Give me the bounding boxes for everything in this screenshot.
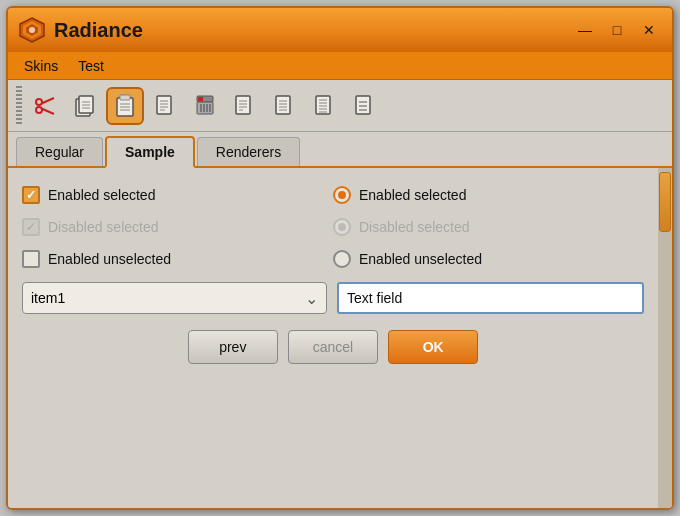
app-icon (18, 16, 46, 44)
controls-row: item1 ⌄ (22, 282, 644, 314)
radio-3[interactable] (333, 250, 351, 268)
checkbox-2-label: Disabled selected (48, 219, 159, 235)
radio-2 (333, 218, 351, 236)
radio-2-label: Disabled selected (359, 219, 470, 235)
svg-point-3 (29, 27, 35, 33)
checkbox-1[interactable] (22, 186, 40, 204)
svg-point-5 (36, 107, 42, 113)
tab-regular[interactable]: Regular (16, 137, 103, 166)
dropdown-value: item1 (31, 290, 65, 306)
scissors-button[interactable] (26, 87, 64, 125)
dropdown[interactable]: item1 ⌄ (22, 282, 327, 314)
paste-button[interactable] (106, 87, 144, 125)
scrollbar[interactable] (658, 168, 672, 508)
cancel-button[interactable]: cancel (288, 330, 378, 364)
svg-line-6 (42, 98, 55, 104)
tab-sample[interactable]: Sample (105, 136, 195, 168)
main-panel: Enabled selected Enabled selected Disabl… (8, 168, 658, 508)
ok-button[interactable]: OK (388, 330, 478, 364)
prev-button[interactable]: prev (188, 330, 278, 364)
content-area: Enabled selected Enabled selected Disabl… (8, 168, 672, 508)
dropdown-arrow-icon: ⌄ (305, 289, 318, 308)
copy-button[interactable] (66, 87, 104, 125)
radio-1-label: Enabled selected (359, 187, 466, 203)
doc4-button[interactable] (346, 87, 384, 125)
toolbar (8, 80, 672, 132)
window-controls: — □ ✕ (572, 20, 662, 40)
toolbar-separator (16, 86, 22, 126)
checkbox-disabled-selected: Disabled selected (22, 216, 333, 238)
svg-rect-25 (198, 97, 203, 101)
radio-enabled-selected: Enabled selected (333, 184, 644, 206)
radio-3-label: Enabled unselected (359, 251, 482, 267)
checkbox-3[interactable] (22, 250, 40, 268)
main-window: Radiance — □ ✕ Skins Test (6, 6, 674, 510)
shredder-button[interactable] (186, 87, 224, 125)
tabs-bar: Regular Sample Renderers (8, 132, 672, 168)
options-grid: Enabled selected Enabled selected Disabl… (22, 184, 644, 270)
title-bar: Radiance — □ ✕ (8, 8, 672, 52)
close-button[interactable]: ✕ (636, 20, 662, 40)
scrollbar-thumb[interactable] (659, 172, 671, 232)
doc3-button[interactable] (306, 87, 344, 125)
svg-rect-19 (157, 96, 171, 114)
doc2-button[interactable] (266, 87, 304, 125)
svg-rect-41 (316, 96, 330, 114)
svg-rect-47 (356, 96, 370, 114)
minimize-button[interactable]: — (572, 20, 598, 40)
svg-line-7 (42, 108, 55, 114)
doc1-button[interactable] (226, 87, 264, 125)
text-field[interactable] (337, 282, 644, 314)
radio-1[interactable] (333, 186, 351, 204)
checkbox-3-label: Enabled unselected (48, 251, 171, 267)
svg-rect-36 (276, 96, 290, 114)
checkbox-1-label: Enabled selected (48, 187, 155, 203)
svg-point-4 (36, 99, 42, 105)
maximize-button[interactable]: □ (604, 20, 630, 40)
window-title: Radiance (54, 19, 572, 42)
menu-bar: Skins Test (8, 52, 672, 80)
radio-enabled-unselected: Enabled unselected (333, 248, 644, 270)
tab-renderers[interactable]: Renderers (197, 137, 300, 166)
menu-skins[interactable]: Skins (14, 56, 68, 76)
checkbox-enabled-unselected: Enabled unselected (22, 248, 333, 270)
checkbox-2 (22, 218, 40, 236)
checkbox-enabled-selected: Enabled selected (22, 184, 333, 206)
radio-disabled-selected: Disabled selected (333, 216, 644, 238)
cut-doc-button[interactable] (146, 87, 184, 125)
menu-test[interactable]: Test (68, 56, 114, 76)
svg-rect-31 (236, 96, 250, 114)
buttons-row: prev cancel OK (22, 326, 644, 368)
svg-rect-15 (120, 95, 130, 100)
